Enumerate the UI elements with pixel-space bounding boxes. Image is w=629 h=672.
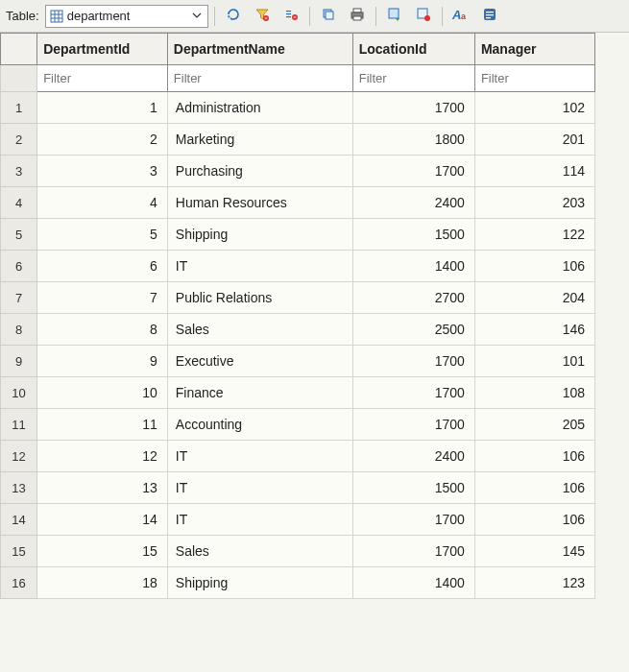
- cell-departmentid[interactable]: 12: [37, 441, 168, 472]
- cell-locationid[interactable]: 2500: [352, 314, 474, 346]
- export-button[interactable]: [411, 5, 436, 28]
- cell-locationid[interactable]: 1700: [352, 92, 474, 124]
- cell-locationid[interactable]: 1400: [352, 567, 474, 599]
- cell-departmentname[interactable]: Purchasing: [167, 156, 352, 187]
- cell-departmentname[interactable]: Finance: [167, 377, 352, 409]
- cell-departmentname[interactable]: Marketing: [167, 124, 352, 156]
- filter-input-departmentname[interactable]: [168, 65, 352, 91]
- cell-manager[interactable]: 106: [474, 441, 594, 472]
- cell-departmentid[interactable]: 8: [37, 314, 168, 346]
- cell-manager[interactable]: 106: [474, 504, 594, 536]
- cell-departmentname[interactable]: Shipping: [167, 567, 352, 599]
- row-number[interactable]: 16: [1, 567, 37, 599]
- cell-departmentname[interactable]: Human Resources: [167, 187, 352, 219]
- cell-locationid[interactable]: 1700: [352, 504, 474, 536]
- cell-locationid[interactable]: 1700: [352, 536, 474, 567]
- cell-locationid[interactable]: 1700: [352, 156, 474, 187]
- cell-locationid[interactable]: 1400: [352, 251, 474, 282]
- cell-departmentid[interactable]: 4: [37, 187, 168, 219]
- cell-locationid[interactable]: 1700: [352, 346, 474, 377]
- table-row[interactable]: 1111Accounting1700205: [1, 409, 595, 441]
- row-number[interactable]: 11: [1, 409, 37, 441]
- cell-locationid[interactable]: 1800: [352, 124, 474, 156]
- column-header-locationid[interactable]: LocationId: [352, 34, 474, 65]
- row-number[interactable]: 15: [1, 536, 37, 567]
- table-row[interactable]: 11Administration1700102: [1, 92, 595, 124]
- refresh-button[interactable]: [221, 5, 246, 28]
- cell-manager[interactable]: 204: [474, 282, 594, 314]
- cell-departmentname[interactable]: Executive: [167, 346, 352, 377]
- cell-departmentid[interactable]: 9: [37, 346, 168, 377]
- cell-departmentname[interactable]: Administration: [167, 92, 352, 124]
- cell-departmentname[interactable]: IT: [167, 441, 352, 472]
- table-row[interactable]: 66IT1400106: [1, 251, 595, 282]
- table-row[interactable]: 1414IT1700106: [1, 504, 595, 536]
- cell-locationid[interactable]: 1500: [352, 472, 474, 504]
- row-number[interactable]: 13: [1, 472, 37, 504]
- row-number[interactable]: 8: [1, 314, 37, 346]
- row-number[interactable]: 2: [1, 124, 37, 156]
- cell-departmentname[interactable]: IT: [167, 251, 352, 282]
- more-button[interactable]: [477, 5, 502, 28]
- table-row[interactable]: 1010Finance1700108: [1, 377, 595, 409]
- cell-locationid[interactable]: 1500: [352, 219, 474, 251]
- table-row[interactable]: 1618Shipping1400123: [1, 567, 595, 599]
- cell-departmentname[interactable]: IT: [167, 504, 352, 536]
- cell-manager[interactable]: 102: [474, 92, 594, 124]
- filter-input-manager[interactable]: [475, 65, 594, 91]
- cell-locationid[interactable]: 1700: [352, 377, 474, 409]
- cell-departmentid[interactable]: 7: [37, 282, 168, 314]
- row-number[interactable]: 12: [1, 441, 37, 472]
- cell-manager[interactable]: 123: [474, 567, 594, 599]
- table-row[interactable]: 22Marketing1800201: [1, 124, 595, 156]
- cell-manager[interactable]: 203: [474, 187, 594, 219]
- cell-departmentid[interactable]: 10: [37, 377, 168, 409]
- cell-departmentid[interactable]: 13: [37, 472, 168, 504]
- cell-departmentid[interactable]: 15: [37, 536, 168, 567]
- table-row[interactable]: 33Purchasing1700114: [1, 156, 595, 187]
- cell-departmentname[interactable]: IT: [167, 472, 352, 504]
- cell-manager[interactable]: 114: [474, 156, 594, 187]
- cell-manager[interactable]: 145: [474, 536, 594, 567]
- column-header-departmentname[interactable]: DepartmentName: [167, 34, 352, 65]
- filter-button[interactable]: [250, 5, 275, 28]
- cell-departmentid[interactable]: 5: [37, 219, 168, 251]
- cell-departmentid[interactable]: 2: [37, 124, 168, 156]
- cell-manager[interactable]: 106: [474, 251, 594, 282]
- print-button[interactable]: [345, 5, 370, 28]
- cell-locationid[interactable]: 2700: [352, 282, 474, 314]
- data-grid-container[interactable]: DepartmentId DepartmentName LocationId M…: [0, 33, 629, 672]
- cell-departmentid[interactable]: 18: [37, 567, 168, 599]
- column-header-departmentid[interactable]: DepartmentId: [37, 34, 168, 65]
- cell-locationid[interactable]: 2400: [352, 187, 474, 219]
- cell-departmentid[interactable]: 3: [37, 156, 168, 187]
- row-number[interactable]: 6: [1, 251, 37, 282]
- row-number[interactable]: 5: [1, 219, 37, 251]
- table-row[interactable]: 99Executive1700101: [1, 346, 595, 377]
- table-row[interactable]: 1212IT2400106: [1, 441, 595, 472]
- table-row[interactable]: 44Human Resources2400203: [1, 187, 595, 219]
- row-number[interactable]: 10: [1, 377, 37, 409]
- filter-input-locationid[interactable]: [353, 65, 474, 91]
- cell-manager[interactable]: 205: [474, 409, 594, 441]
- cell-departmentname[interactable]: Shipping: [167, 219, 352, 251]
- table-row[interactable]: 55Shipping1500122: [1, 219, 595, 251]
- cell-departmentid[interactable]: 1: [37, 92, 168, 124]
- cell-departmentname[interactable]: Public Relations: [167, 282, 352, 314]
- copy-button[interactable]: [316, 5, 341, 28]
- cell-departmentname[interactable]: Sales: [167, 536, 352, 567]
- table-row[interactable]: 1313IT1500106: [1, 472, 595, 504]
- filter-input-departmentid[interactable]: [37, 65, 167, 91]
- cell-manager[interactable]: 146: [474, 314, 594, 346]
- row-number[interactable]: 7: [1, 282, 37, 314]
- table-row[interactable]: 77Public Relations2700204: [1, 282, 595, 314]
- cell-departmentid[interactable]: 14: [37, 504, 168, 536]
- export-sql-button[interactable]: [382, 5, 407, 28]
- row-number[interactable]: 4: [1, 187, 37, 219]
- cell-manager[interactable]: 101: [474, 346, 594, 377]
- cell-manager[interactable]: 201: [474, 124, 594, 156]
- table-row[interactable]: 1515Sales1700145: [1, 536, 595, 567]
- table-selector[interactable]: department: [45, 5, 208, 28]
- cell-departmentname[interactable]: Accounting: [167, 409, 352, 441]
- clear-filter-button[interactable]: [278, 5, 303, 28]
